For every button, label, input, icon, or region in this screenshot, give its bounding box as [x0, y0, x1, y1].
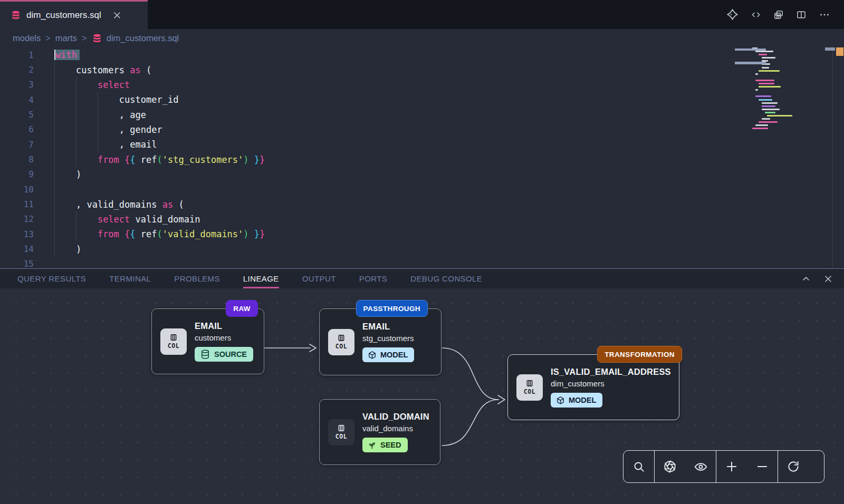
code-line-14[interactable]: 14 ) [0, 241, 844, 256]
close-tab-icon[interactable] [112, 10, 122, 21]
breadcrumb: models>marts>dim_customers.sql [0, 29, 844, 47]
code-token [249, 229, 254, 239]
more-icon[interactable] [819, 9, 830, 21]
code-line-3[interactable]: 3 select [0, 77, 844, 92]
lineage-node-dim_customers[interactable]: TRANSFORMATIONCOLIS_VALID_EMAIL_ADDRESSd… [507, 354, 679, 420]
panel-actions [801, 269, 833, 288]
breadcrumb-item-dim-customers-sql[interactable]: dim_customers.sql [92, 33, 179, 44]
code-token: { [124, 229, 130, 239]
code-token: ( [141, 65, 151, 75]
code-content: , gender [54, 122, 844, 137]
minimap-line [762, 109, 780, 110]
zoom-in-icon [725, 460, 738, 473]
minimap-line [762, 102, 778, 104]
zoom-out-icon [755, 460, 769, 473]
indent-guide [98, 137, 98, 152]
code-token [119, 154, 124, 165]
line-number: 6 [0, 124, 34, 134]
edge-arrowhead [498, 395, 505, 404]
panel-tab-problems[interactable]: PROBLEMS [174, 269, 220, 288]
tab-dim-customers[interactable]: dim_customers.sql [0, 0, 148, 29]
panel-tab-debug-console[interactable]: DEBUG CONSOLE [410, 269, 482, 288]
indent-guide [76, 122, 76, 137]
indent-guide [76, 137, 76, 152]
lineage-node-customers[interactable]: RAWCOLEMAILcustomersSOURCE [151, 308, 264, 374]
code-line-10[interactable]: 10 [0, 182, 844, 197]
code-content: with [54, 47, 844, 62]
sprout-icon [368, 441, 377, 450]
code-line-5[interactable]: 5 , age [0, 107, 844, 122]
lineage-toolbar [623, 450, 824, 483]
code-token: 'stg_customers' [162, 154, 244, 165]
panel-collapse-icon[interactable] [801, 274, 811, 284]
code-line-7[interactable]: 7 , email [0, 137, 844, 152]
aperture-button[interactable] [655, 451, 685, 482]
panel-tab-lineage[interactable]: LINEAGE [243, 269, 279, 288]
column-chip: COL [328, 329, 354, 355]
node-subtitle: dim_customers [551, 379, 671, 388]
panel-tab-terminal[interactable]: TERMINAL [109, 269, 151, 288]
refresh-icon [787, 460, 800, 473]
dbt-logo-icon[interactable] [726, 8, 738, 21]
indent-guide [54, 137, 55, 152]
code-content: from {{ ref('stg_customers') }} [54, 152, 844, 167]
minimap-line [752, 128, 768, 129]
minimap-line [762, 57, 775, 59]
line-number: 4 [0, 95, 34, 105]
code-line-13[interactable]: 13 from {{ ref('valid_domains') }} [0, 227, 844, 241]
panel-tab-query-results[interactable]: QUERY RESULTS [17, 269, 86, 288]
lineage-node-valid_domains[interactable]: COLVALID_DOMAINvalid_domainsSEED [319, 399, 440, 465]
panel-tab-output[interactable]: OUTPUT [302, 269, 336, 288]
line-number: 14 [0, 244, 34, 254]
minimap[interactable] [751, 47, 809, 131]
code-icon[interactable] [751, 9, 761, 20]
code-content: ) [54, 167, 844, 182]
node-top-badge: TRANSFORMATION [597, 346, 682, 363]
code-line-6[interactable]: 6 , gender [0, 122, 844, 137]
columns-icon [337, 334, 346, 342]
code-line-8[interactable]: 8 from {{ ref('stg_customers') }} [0, 152, 844, 167]
eye-button[interactable] [685, 451, 716, 482]
cube-icon [556, 396, 565, 405]
split-editor-icon[interactable] [796, 9, 807, 20]
code-line-4[interactable]: 4 customer_id [0, 92, 844, 107]
edge-valid-domains-to-dim-customers [442, 400, 498, 445]
code-line-2[interactable]: 2 customers as ( [0, 62, 844, 77]
line-number: 5 [0, 110, 34, 120]
indent-guide [76, 92, 76, 107]
lineage-canvas[interactable]: RAWCOLEMAILcustomersSOURCEPASSTHROUGHCOL… [0, 288, 844, 504]
indent-guide [54, 182, 55, 197]
toolbar-group [716, 451, 778, 482]
zoom-in-button[interactable] [716, 451, 747, 482]
code-editor[interactable]: 1with2 customers as (3 select4 customer_… [0, 47, 844, 268]
column-chip-label: COL [524, 388, 535, 395]
refresh-button[interactable] [778, 451, 809, 482]
node-type-badge-model: MODEL [551, 393, 602, 408]
zoom-out-button[interactable] [747, 451, 778, 482]
minimap-line [755, 73, 758, 75]
scrollbar-track[interactable] [832, 47, 833, 268]
panel-close-icon[interactable] [823, 274, 833, 284]
code-line-11[interactable]: 11 , valid_domains as ( [0, 197, 844, 211]
code-line-15[interactable]: 15 [0, 257, 844, 268]
code-token: from [98, 154, 119, 165]
copy-table-icon[interactable] [773, 9, 784, 20]
breadcrumb-label: models [13, 33, 41, 43]
code-token: , valid_domains [54, 199, 162, 210]
line-number: 1 [0, 50, 34, 60]
node-top-badge: RAW [226, 300, 258, 317]
search-button[interactable] [624, 451, 654, 482]
code-line-12[interactable]: 12 select valid_domain [0, 212, 844, 227]
breadcrumb-item-models[interactable]: models [13, 33, 41, 43]
panel-tab-ports[interactable]: PORTS [359, 269, 387, 288]
code-line-9[interactable]: 9 ) [0, 167, 844, 182]
node-type-badge-model: MODEL [362, 347, 414, 362]
breadcrumb-item-marts[interactable]: marts [55, 33, 77, 43]
bottom-panel-tab-bar: QUERY RESULTSTERMINALPROBLEMSLINEAGEOUTP… [0, 269, 844, 288]
breadcrumb-separator: > [45, 33, 51, 43]
node-top-badge: PASSTHROUGH [356, 300, 428, 317]
code-line-1[interactable]: 1with [0, 47, 844, 62]
lineage-node-stg_customers[interactable]: PASSTHROUGHCOLEMAILstg_customersMODEL [319, 308, 442, 375]
minimap-line [765, 112, 775, 113]
node-title: IS_VALID_EMAIL_ADDRESS [551, 367, 671, 377]
